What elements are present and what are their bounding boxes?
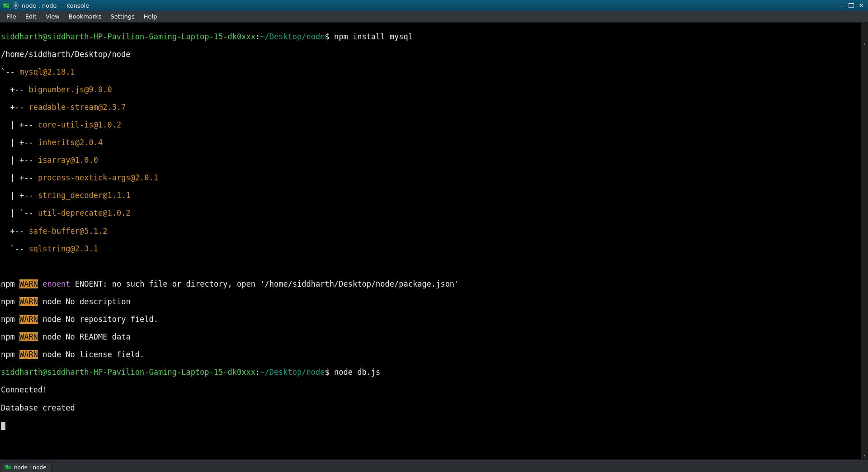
menu-edit[interactable]: Edit	[21, 11, 41, 22]
warn-badge: WARN	[19, 332, 38, 341]
tab-node[interactable]: node : node	[2, 463, 52, 472]
output-line: Connected!	[1, 386, 866, 395]
output-line: Database created	[1, 404, 866, 413]
blank-line	[1, 262, 866, 271]
prompt-path: ~/Desktop/node	[260, 368, 325, 377]
warn-line: npm WARN node No description	[1, 297, 866, 307]
terminal-line: siddharth@siddharth-HP-Pavilion-Gaming-L…	[1, 33, 866, 42]
tab-bar: node : node	[0, 459, 868, 472]
terminal-icon	[5, 465, 11, 470]
tree-line: +-- bignumber.js@9.0.0	[1, 85, 866, 94]
tree-line: | +-- process-nextick-args@2.0.1	[1, 174, 866, 183]
warn-line: npm WARN enoent ENOENT: no such file or …	[1, 280, 866, 289]
maximize-button[interactable]: 🗖	[847, 1, 855, 9]
terminal-line: siddharth@siddharth-HP-Pavilion-Gaming-L…	[1, 368, 866, 377]
cursor-icon	[1, 422, 5, 430]
warn-badge: WARN	[19, 297, 38, 306]
menu-bookmarks[interactable]: Bookmarks	[64, 11, 106, 22]
tree-line: +-- safe-buffer@5.1.2	[1, 227, 866, 236]
window-title: node : node — Konsole	[22, 2, 89, 9]
tree-line: `-- mysql@2.18.1	[1, 68, 866, 77]
tree-line: `-- sqlstring@2.3.1	[1, 245, 866, 254]
menu-settings[interactable]: Settings	[106, 11, 139, 22]
tab-label: node : node	[14, 464, 47, 471]
prompt-user-host: siddharth@siddharth-HP-Pavilion-Gaming-L…	[1, 32, 255, 41]
menu-file[interactable]: File	[2, 11, 21, 22]
warn-badge: WARN	[19, 350, 38, 359]
warn-line: npm WARN node No license field.	[1, 350, 866, 359]
tree-line: | `-- util-deprecate@1.0.2	[1, 209, 866, 218]
scroll-up-icon[interactable]: ▴	[861, 40, 868, 47]
prompt-path: ~/Desktop/node	[260, 32, 325, 41]
command-text: npm install mysql	[334, 32, 413, 41]
command-text: node db.js	[334, 368, 380, 377]
tree-line: | +-- string_decoder@1.1.1	[1, 191, 866, 200]
tree-root: /home/siddharth/Desktop/node	[1, 50, 866, 59]
warn-badge: WARN	[19, 279, 38, 288]
warn-badge: WARN	[19, 315, 38, 324]
terminal-viewport[interactable]: siddharth@siddharth-HP-Pavilion-Gaming-L…	[0, 23, 868, 459]
terminal-icon	[3, 3, 10, 8]
scroll-down-icon[interactable]: ▾	[861, 452, 868, 459]
warn-line: npm WARN node No repository field.	[1, 315, 866, 324]
window-titlebar: node : node — Konsole — 🗖 ✕	[0, 0, 868, 11]
warn-line: npm WARN node No README data	[1, 333, 866, 342]
close-button[interactable]: ✕	[857, 1, 865, 9]
menu-bar: File Edit View Bookmarks Settings Help	[0, 11, 868, 23]
prompt-colon: :	[255, 32, 260, 41]
cursor-line	[1, 421, 866, 430]
prompt-symbol: $	[325, 32, 329, 41]
tree-line: | +-- inherits@2.0.4	[1, 138, 866, 147]
minimize-button[interactable]: —	[837, 1, 845, 9]
menu-help[interactable]: Help	[139, 11, 162, 22]
prompt-user-host: siddharth@siddharth-HP-Pavilion-Gaming-L…	[1, 368, 255, 377]
menu-view[interactable]: View	[41, 11, 64, 22]
tree-line: | +-- isarray@1.0.0	[1, 156, 866, 165]
tree-line: +-- readable-stream@2.3.7	[1, 103, 866, 112]
pin-icon[interactable]	[13, 2, 19, 9]
scrollbar[interactable]: ▴ ▾	[861, 23, 868, 459]
tree-line: | +-- core-util-is@1.0.2	[1, 121, 866, 130]
